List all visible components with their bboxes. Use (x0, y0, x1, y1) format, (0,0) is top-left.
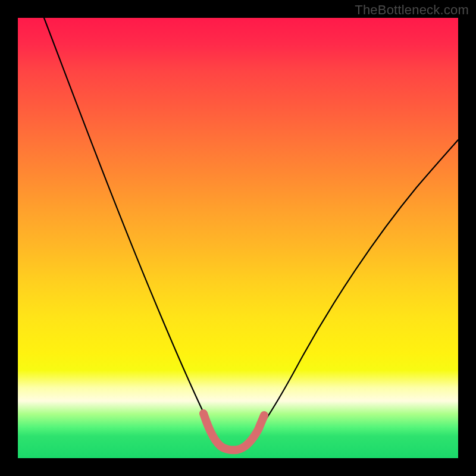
curve-layer (18, 18, 458, 458)
chart-frame: TheBottleneck.com (0, 0, 476, 476)
bottleneck-curve (44, 18, 458, 450)
plot-area (18, 18, 458, 458)
optimal-highlight (203, 414, 264, 450)
attribution-text: TheBottleneck.com (355, 2, 469, 18)
